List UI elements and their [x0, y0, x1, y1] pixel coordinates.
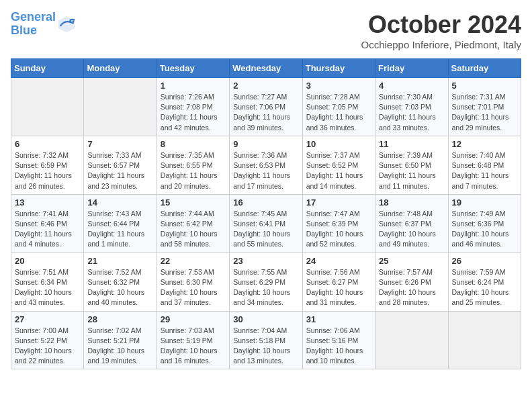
day-number: 10: [306, 139, 371, 149]
calendar-cell: [11, 78, 84, 136]
calendar-cell: 13Sunrise: 7:41 AM Sunset: 6:46 PM Dayli…: [11, 194, 84, 253]
calendar-cell: 18Sunrise: 7:48 AM Sunset: 6:37 PM Dayli…: [375, 194, 448, 253]
day-info: Sunrise: 7:44 AM Sunset: 6:42 PM Dayligh…: [161, 209, 226, 250]
calendar-cell: 29Sunrise: 7:03 AM Sunset: 5:19 PM Dayli…: [157, 311, 229, 369]
day-info: Sunrise: 7:35 AM Sunset: 6:55 PM Dayligh…: [161, 150, 226, 191]
day-info: Sunrise: 7:04 AM Sunset: 5:18 PM Dayligh…: [233, 326, 298, 367]
calendar-cell: 25Sunrise: 7:57 AM Sunset: 6:26 PM Dayli…: [375, 253, 448, 311]
day-number: 11: [379, 139, 444, 149]
day-info: Sunrise: 7:43 AM Sunset: 6:44 PM Dayligh…: [87, 209, 152, 250]
day-info: Sunrise: 7:59 AM Sunset: 6:24 PM Dayligh…: [452, 267, 517, 308]
day-number: 15: [161, 197, 226, 208]
day-number: 1: [161, 81, 226, 91]
month-title: October 2024: [361, 11, 521, 39]
day-number: 2: [233, 81, 298, 91]
calendar-week-row: 1Sunrise: 7:26 AM Sunset: 7:08 PM Daylig…: [11, 78, 521, 136]
day-info: Sunrise: 7:27 AM Sunset: 7:06 PM Dayligh…: [233, 92, 298, 133]
title-block: October 2024 Occhieppo Inferiore, Piedmo…: [361, 11, 521, 50]
weekday-header-cell: Monday: [84, 59, 157, 78]
day-number: 14: [87, 197, 152, 208]
day-info: Sunrise: 7:48 AM Sunset: 6:37 PM Dayligh…: [379, 209, 444, 250]
day-number: 25: [379, 256, 444, 266]
day-number: 20: [15, 256, 80, 266]
day-info: Sunrise: 7:03 AM Sunset: 5:19 PM Dayligh…: [161, 326, 226, 367]
day-info: Sunrise: 7:30 AM Sunset: 7:03 PM Dayligh…: [379, 92, 444, 133]
day-number: 6: [15, 139, 80, 149]
day-info: Sunrise: 7:49 AM Sunset: 6:36 PM Dayligh…: [452, 209, 517, 250]
day-number: 27: [15, 314, 80, 324]
calendar-cell: 24Sunrise: 7:56 AM Sunset: 6:27 PM Dayli…: [302, 253, 375, 311]
calendar-cell: 21Sunrise: 7:52 AM Sunset: 6:32 PM Dayli…: [84, 253, 157, 311]
calendar-cell: 10Sunrise: 7:37 AM Sunset: 6:52 PM Dayli…: [302, 136, 375, 194]
day-number: 21: [87, 256, 152, 266]
day-number: 12: [452, 139, 517, 149]
day-number: 16: [233, 197, 298, 208]
day-number: 22: [161, 256, 226, 266]
weekday-header-cell: Wednesday: [230, 59, 302, 78]
calendar-cell: 27Sunrise: 7:00 AM Sunset: 5:22 PM Dayli…: [11, 311, 84, 369]
calendar-cell: 5Sunrise: 7:31 AM Sunset: 7:01 PM Daylig…: [448, 78, 521, 136]
day-info: Sunrise: 7:37 AM Sunset: 6:52 PM Dayligh…: [306, 150, 371, 191]
weekday-header-cell: Friday: [375, 59, 448, 78]
calendar-cell: 15Sunrise: 7:44 AM Sunset: 6:42 PM Dayli…: [157, 194, 229, 253]
weekday-header-cell: Sunday: [11, 59, 84, 78]
day-number: 9: [233, 139, 298, 149]
day-number: 4: [379, 81, 444, 91]
day-info: Sunrise: 7:52 AM Sunset: 6:32 PM Dayligh…: [87, 267, 152, 308]
day-info: Sunrise: 7:55 AM Sunset: 6:29 PM Dayligh…: [233, 267, 298, 308]
calendar-week-row: 13Sunrise: 7:41 AM Sunset: 6:46 PM Dayli…: [11, 194, 521, 253]
day-number: 24: [306, 256, 371, 266]
calendar-cell: 19Sunrise: 7:49 AM Sunset: 6:36 PM Dayli…: [448, 194, 521, 253]
weekday-header-cell: Tuesday: [157, 59, 229, 78]
day-number: 26: [452, 256, 517, 266]
calendar-cell: [84, 78, 157, 136]
day-info: Sunrise: 7:36 AM Sunset: 6:53 PM Dayligh…: [233, 150, 298, 191]
calendar-cell: 31Sunrise: 7:06 AM Sunset: 5:16 PM Dayli…: [302, 311, 375, 369]
day-info: Sunrise: 7:47 AM Sunset: 6:39 PM Dayligh…: [306, 209, 371, 250]
calendar-cell: 1Sunrise: 7:26 AM Sunset: 7:08 PM Daylig…: [157, 78, 229, 136]
logo-icon: [57, 15, 76, 34]
logo-text: General Blue: [11, 11, 56, 38]
day-info: Sunrise: 7:56 AM Sunset: 6:27 PM Dayligh…: [306, 267, 371, 308]
calendar-cell: 20Sunrise: 7:51 AM Sunset: 6:34 PM Dayli…: [11, 253, 84, 311]
day-number: 17: [306, 197, 371, 208]
day-number: 5: [452, 81, 517, 91]
calendar-cell: 9Sunrise: 7:36 AM Sunset: 6:53 PM Daylig…: [230, 136, 302, 194]
day-info: Sunrise: 7:41 AM Sunset: 6:46 PM Dayligh…: [15, 209, 80, 250]
calendar-cell: [375, 311, 448, 369]
calendar-cell: 28Sunrise: 7:02 AM Sunset: 5:21 PM Dayli…: [84, 311, 157, 369]
calendar-week-row: 20Sunrise: 7:51 AM Sunset: 6:34 PM Dayli…: [11, 253, 521, 311]
day-number: 30: [233, 314, 298, 324]
page-header: General Blue October 2024 Occhieppo Infe…: [11, 11, 521, 50]
location: Occhieppo Inferiore, Piedmont, Italy: [361, 39, 521, 50]
calendar-body: 1Sunrise: 7:26 AM Sunset: 7:08 PM Daylig…: [11, 78, 521, 369]
day-info: Sunrise: 7:40 AM Sunset: 6:48 PM Dayligh…: [452, 150, 517, 191]
logo: General Blue: [11, 11, 76, 38]
day-number: 19: [452, 197, 517, 208]
day-info: Sunrise: 7:45 AM Sunset: 6:41 PM Dayligh…: [233, 209, 298, 250]
calendar-cell: 23Sunrise: 7:55 AM Sunset: 6:29 PM Dayli…: [230, 253, 302, 311]
day-number: 8: [161, 139, 226, 149]
weekday-header-cell: Thursday: [302, 59, 375, 78]
day-number: 3: [306, 81, 371, 91]
day-info: Sunrise: 7:33 AM Sunset: 6:57 PM Dayligh…: [87, 150, 152, 191]
day-number: 23: [233, 256, 298, 266]
calendar-cell: 14Sunrise: 7:43 AM Sunset: 6:44 PM Dayli…: [84, 194, 157, 253]
calendar-cell: 4Sunrise: 7:30 AM Sunset: 7:03 PM Daylig…: [375, 78, 448, 136]
day-number: 29: [161, 314, 226, 324]
calendar-cell: 3Sunrise: 7:28 AM Sunset: 7:05 PM Daylig…: [302, 78, 375, 136]
calendar-week-row: 6Sunrise: 7:32 AM Sunset: 6:59 PM Daylig…: [11, 136, 521, 194]
day-info: Sunrise: 7:51 AM Sunset: 6:34 PM Dayligh…: [15, 267, 80, 308]
day-info: Sunrise: 7:06 AM Sunset: 5:16 PM Dayligh…: [306, 326, 371, 367]
day-info: Sunrise: 7:57 AM Sunset: 6:26 PM Dayligh…: [379, 267, 444, 308]
day-number: 13: [15, 197, 80, 208]
day-info: Sunrise: 7:26 AM Sunset: 7:08 PM Dayligh…: [161, 92, 226, 133]
weekday-header-row: SundayMondayTuesdayWednesdayThursdayFrid…: [11, 59, 521, 78]
day-number: 28: [87, 314, 152, 324]
weekday-header-cell: Saturday: [448, 59, 521, 78]
calendar-cell: 22Sunrise: 7:53 AM Sunset: 6:30 PM Dayli…: [157, 253, 229, 311]
calendar-cell: 12Sunrise: 7:40 AM Sunset: 6:48 PM Dayli…: [448, 136, 521, 194]
calendar-cell: 2Sunrise: 7:27 AM Sunset: 7:06 PM Daylig…: [230, 78, 302, 136]
day-info: Sunrise: 7:00 AM Sunset: 5:22 PM Dayligh…: [15, 326, 80, 367]
calendar-cell: 16Sunrise: 7:45 AM Sunset: 6:41 PM Dayli…: [230, 194, 302, 253]
